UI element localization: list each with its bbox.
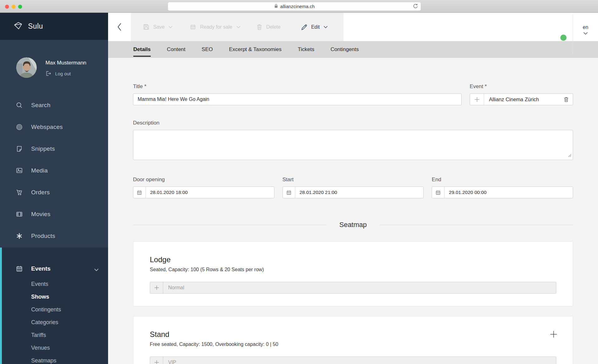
shopping-cart-icon <box>16 189 23 196</box>
search-icon <box>16 102 23 109</box>
end-input[interactable]: 29.01.2020 00:00 <box>432 187 573 198</box>
event-value: Allianz Cinema Zürich <box>484 97 539 102</box>
events-section: Events Events Shows Contingents Categori… <box>0 248 108 364</box>
calendar-icon <box>432 187 444 198</box>
tab-excerpt-taxonomies[interactable]: Excerpt & Taxonomies <box>229 41 282 58</box>
sidebar-item-events[interactable]: Events <box>0 263 108 274</box>
ready-for-sale-button[interactable]: Ready for sale <box>190 24 240 30</box>
sidebar-subitem-contingents[interactable]: Contingents <box>0 303 108 316</box>
door-opening-value: 28.01.2020 18:00 <box>146 190 188 195</box>
resize-handle-icon[interactable] <box>568 153 572 158</box>
film-icon <box>16 211 23 218</box>
lock-icon <box>274 4 278 9</box>
sidebar-item-orders[interactable]: Orders <box>0 182 108 203</box>
tariff-input[interactable] <box>163 282 556 293</box>
app-header: Sulu <box>0 13 108 40</box>
save-button[interactable]: Save <box>143 24 173 30</box>
start-input[interactable]: 28.01.2020 21:00 <box>282 187 424 198</box>
toolbar: Save Ready for sale Delete Edit en <box>108 13 598 41</box>
user-profile: Max Mustermann Log out <box>0 40 108 78</box>
floppy-icon <box>143 24 149 30</box>
logout-button[interactable]: Log out <box>45 71 86 76</box>
add-tariff-button[interactable] <box>150 357 163 364</box>
seatmap-section-title: Seatmap <box>339 221 367 229</box>
divider-line <box>379 225 573 225</box>
sidebar-subitem-categories[interactable]: Categories <box>0 316 108 329</box>
end-value: 29.01.2020 00:00 <box>444 190 486 195</box>
zoom-window-button[interactable] <box>18 5 22 9</box>
calendar-icon <box>190 24 196 30</box>
plus-icon <box>154 285 159 290</box>
event-picker[interactable]: Allianz Cinema Zürich <box>470 93 573 105</box>
description-label: Description <box>133 120 573 126</box>
app-name: Sulu <box>28 22 43 31</box>
status-dot <box>560 35 567 41</box>
target-circles-icon <box>16 124 23 130</box>
main-area: Save Ready for sale Delete Edit en <box>108 13 598 364</box>
add-block-item-button[interactable] <box>550 331 557 339</box>
add-event-button[interactable] <box>470 94 484 105</box>
avatar <box>16 57 37 78</box>
start-label: Start <box>282 177 424 183</box>
sidebar-item-media[interactable]: Media <box>0 160 108 182</box>
calendar-icon <box>16 265 23 272</box>
sidebar-subitem-events[interactable]: Events <box>0 278 108 291</box>
chevron-down-icon <box>324 26 328 28</box>
tariff-input-row <box>150 282 556 294</box>
tab-contingents[interactable]: Contingents <box>330 41 359 58</box>
description-textarea[interactable] <box>133 130 573 160</box>
end-label: End <box>432 177 573 183</box>
address-bar[interactable]: allianzcinema.ch <box>168 2 421 11</box>
browser-chrome: allianzcinema.ch <box>0 0 598 13</box>
remove-event-button[interactable] <box>564 97 569 104</box>
back-button[interactable] <box>108 13 131 41</box>
tab-bar: Details Content SEO Excerpt & Taxonomies… <box>108 41 598 58</box>
sidebar-item-snippets[interactable]: Snippets <box>0 138 108 160</box>
sidebar-subitem-tariffs[interactable]: Tariffs <box>0 329 108 342</box>
user-name: Max Mustermann <box>45 60 86 66</box>
sidebar-subitem-shows[interactable]: Shows <box>0 291 108 303</box>
edit-button[interactable]: Edit <box>301 24 328 30</box>
sidebar-item-products[interactable]: Products <box>0 225 108 247</box>
sidebar-subitem-venues[interactable]: Venues <box>0 342 108 354</box>
calendar-icon <box>133 187 146 198</box>
trash-icon <box>564 97 569 102</box>
locale-switcher[interactable]: en <box>573 13 598 41</box>
refresh-icon[interactable] <box>413 3 418 10</box>
sidebar-item-movies[interactable]: Movies <box>0 203 108 225</box>
tab-content[interactable]: Content <box>167 41 186 58</box>
chevron-down-icon <box>583 32 588 35</box>
close-window-button[interactable] <box>5 5 9 9</box>
events-section-label: Events <box>31 265 50 272</box>
snippet-page-icon <box>16 145 23 152</box>
block-title: Stand <box>150 316 556 339</box>
divider-line <box>133 225 327 225</box>
sidebar-item-search[interactable]: Search <box>0 94 108 116</box>
window-controls <box>5 5 22 9</box>
tab-tickets[interactable]: Tickets <box>298 41 314 58</box>
minimize-window-button[interactable] <box>12 5 16 9</box>
toolbar-right: en <box>529 13 598 41</box>
trash-icon <box>257 24 262 30</box>
chevron-down-icon <box>94 267 99 272</box>
sidebar-item-webspaces[interactable]: Webspaces <box>0 116 108 138</box>
event-label: Event * <box>470 83 573 90</box>
door-opening-input[interactable]: 28.01.2020 18:00 <box>133 187 274 198</box>
image-icon <box>16 167 23 174</box>
start-value: 28.01.2020 21:00 <box>295 190 337 195</box>
tariff-input-row <box>150 357 556 364</box>
block-details: Seated, Capacity: 100 (5 Rows & 20 Seats… <box>150 267 556 272</box>
sidebar-subitem-seatmaps[interactable]: Seatmaps <box>0 354 108 364</box>
block-title: Lodge <box>150 242 556 264</box>
add-tariff-button[interactable] <box>150 282 163 293</box>
delete-button[interactable]: Delete <box>257 24 285 30</box>
tariff-input[interactable] <box>163 357 556 364</box>
tab-seo[interactable]: SEO <box>202 41 213 58</box>
tab-details[interactable]: Details <box>133 41 151 58</box>
plus-icon <box>474 97 480 102</box>
chevron-left-icon <box>117 23 122 31</box>
title-input[interactable] <box>133 93 462 105</box>
calendar-icon <box>283 187 295 198</box>
origami-icon <box>14 21 22 31</box>
plus-icon <box>154 360 159 364</box>
